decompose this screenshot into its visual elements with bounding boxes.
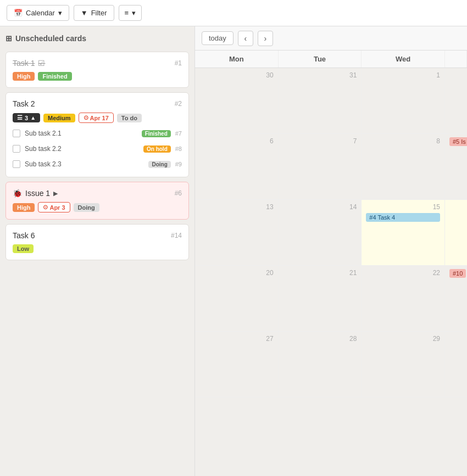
toolbar: 📅 Calendar ▾ ▼ Filter ≡ ▾ — [0, 0, 467, 26]
card-task2[interactable]: Task 2 #2 ☰ 3 ▲ Medium ⊙ Apr 17 To do Su… — [5, 92, 189, 177]
card-issue1-header: 🐞 Issue 1 ▶ #6 — [13, 189, 182, 198]
calendar-toolbar: today ‹ › — [195, 26, 467, 51]
day-num-31: 31 — [283, 71, 357, 79]
cal-cell-overflow-5 — [445, 332, 467, 397]
subtask2-label: Sub task 2.2 — [25, 145, 139, 153]
col-header-wed: Wed — [362, 51, 445, 68]
calendar-label: Calendar — [26, 9, 55, 17]
subtask2-checkbox[interactable] — [13, 145, 20, 153]
calendar-body: 30 31 1 6 7 — [195, 68, 467, 476]
card-task1-number: #1 — [175, 59, 182, 67]
day-num-30: 30 — [199, 71, 274, 79]
prev-icon: ‹ — [244, 34, 247, 43]
subtask3-badge: Doing — [148, 161, 170, 168]
sidebar: ⊞ Unscheduled cards Task 1 ☑ #1 High Fin… — [0, 26, 195, 476]
badge-finished: Finished — [38, 72, 71, 81]
cal-cell-overflow-2: #5 Is — [445, 134, 467, 199]
day-num-21: 21 — [283, 269, 357, 277]
badge-high: High — [13, 72, 35, 81]
subtask3-number: #9 — [175, 161, 182, 167]
card-issue1-number: #6 — [175, 189, 182, 197]
cal-cell-14[interactable]: 14 — [279, 200, 362, 265]
week-row-2: 6 7 8 #5 Is — [195, 134, 467, 200]
card-issue1-title: 🐞 Issue 1 ▶ — [13, 189, 58, 198]
week-row-3: 13 14 15 #4 Task 4 — [195, 200, 467, 266]
week-row-5: 27 28 29 — [195, 332, 467, 397]
subtask3-checkbox[interactable] — [13, 160, 20, 168]
subtask1-label: Sub task 2.1 — [25, 130, 137, 137]
cal-cell-7[interactable]: 7 — [279, 134, 362, 199]
calendar-button[interactable]: 📅 Calendar ▾ — [7, 5, 69, 21]
day-num-28: 28 — [283, 335, 357, 343]
sidebar-header: ⊞ Unscheduled cards — [5, 32, 189, 47]
clock-icon-issue: ⊙ — [43, 204, 48, 211]
subtask1-checkbox[interactable] — [13, 130, 20, 137]
cal-cell-30[interactable]: 30 — [195, 68, 279, 133]
subtasks-icon: ☰ — [17, 114, 23, 121]
calendar-grid: Mon Tue Wed 30 31 1 — [195, 51, 467, 476]
cal-cell-overflow-1 — [445, 68, 467, 133]
event-5-overflow: #5 Is — [449, 137, 467, 146]
card-task1-badges: High Finished — [13, 72, 182, 81]
col-header-mon: Mon — [195, 51, 279, 68]
card-task6[interactable]: Task 6 #14 Low — [5, 224, 189, 260]
badge-date-apr3: ⊙ Apr 3 — [38, 202, 70, 212]
today-button[interactable]: today — [202, 31, 234, 45]
next-icon: › — [264, 34, 266, 43]
prev-button[interactable]: ‹ — [238, 31, 253, 46]
cal-cell-27[interactable]: 27 — [195, 332, 279, 397]
badge-medium: Medium — [43, 114, 75, 122]
calendar: today ‹ › Mon Tue Wed 30 — [195, 26, 467, 476]
sidebar-header-icon: ⊞ — [5, 34, 12, 43]
calendar-icon: 📅 — [14, 9, 23, 17]
filter-button[interactable]: ▼ Filter — [74, 5, 114, 21]
settings-button[interactable]: ≡ ▾ — [119, 5, 142, 21]
subtask-row-1: Sub task 2.1 Finished #7 — [13, 127, 182, 139]
col-header-overflow — [445, 51, 467, 68]
clock-icon: ⊙ — [84, 114, 88, 121]
cal-cell-overflow-4: #10 — [445, 266, 467, 331]
filter-icon: ▼ — [81, 9, 88, 17]
cal-cell-6[interactable]: 6 — [195, 134, 279, 199]
subtask1-number: #7 — [175, 130, 182, 137]
event-10-overflow: #10 — [449, 269, 466, 278]
calendar-dropdown-icon: ▾ — [58, 9, 62, 17]
card-task1[interactable]: Task 1 ☑ #1 High Finished — [5, 52, 189, 88]
card-task6-number: #14 — [171, 232, 182, 239]
filter-label: Filter — [91, 9, 107, 17]
subtask3-label: Sub task 2.3 — [25, 160, 144, 168]
cal-cell-15[interactable]: 15 #4 Task 4 — [362, 200, 445, 265]
cal-cell-1[interactable]: 1 — [362, 68, 445, 133]
cal-cell-8[interactable]: 8 — [362, 134, 445, 199]
subtask2-number: #8 — [175, 145, 182, 152]
cal-cell-20[interactable]: 20 — [195, 266, 279, 331]
badge-low: Low — [13, 244, 34, 253]
task1-check-icon: ☑ — [38, 59, 45, 68]
subtask2-badge: On hold — [143, 145, 171, 153]
cal-cell-29[interactable]: 29 — [362, 332, 445, 397]
calendar-header: Mon Tue Wed — [195, 51, 467, 68]
day-num-7: 7 — [283, 137, 357, 145]
next-button[interactable]: › — [258, 31, 273, 46]
cal-cell-13[interactable]: 13 — [195, 200, 279, 265]
day-num-20: 20 — [199, 269, 274, 277]
card-issue1-badges: High ⊙ Apr 3 Doing — [13, 202, 182, 212]
sidebar-header-title: Unscheduled cards — [15, 34, 86, 43]
week-row-4: 20 21 22 #10 — [195, 266, 467, 332]
card-task1-header: Task 1 ☑ #1 — [13, 59, 182, 68]
cal-cell-31[interactable]: 31 — [279, 68, 362, 133]
subtask-row-2: Sub task 2.2 On hold #8 — [13, 143, 182, 155]
subtasks-chevron: ▲ — [30, 115, 36, 121]
cal-cell-21[interactable]: 21 — [279, 266, 362, 331]
settings-dropdown-icon: ▾ — [132, 9, 136, 17]
day-num-22: 22 — [366, 269, 440, 277]
week-row-1: 30 31 1 — [195, 68, 467, 134]
day-num-29: 29 — [366, 335, 440, 343]
subtasks-list: Sub task 2.1 Finished #7 Sub task 2.2 On… — [13, 127, 182, 170]
cal-cell-22[interactable]: 22 — [362, 266, 445, 331]
day-num-15: 15 — [366, 203, 440, 211]
cal-cell-28[interactable]: 28 — [279, 332, 362, 397]
day-num-13: 13 — [199, 203, 274, 211]
card-issue1[interactable]: 🐞 Issue 1 ▶ #6 High ⊙ Apr 3 Doing — [5, 182, 189, 220]
badge-issue-high: High — [13, 203, 35, 212]
